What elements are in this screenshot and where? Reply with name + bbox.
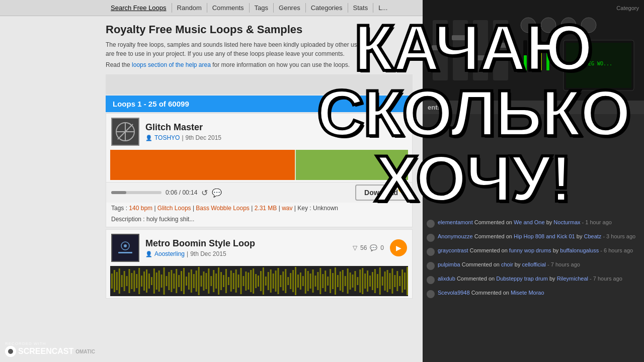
loop-title-2: Metro Boomin Style Loop xyxy=(145,238,347,249)
svg-rect-33 xyxy=(171,270,172,292)
comment-item-1: Anonymouzze Commented on Hip Hop 808 and… xyxy=(427,233,640,242)
sidebar-comments-header: ents xyxy=(423,101,644,114)
tag-format-1[interactable]: wav xyxy=(282,205,292,212)
help-link[interactable]: loops section of the help area xyxy=(132,61,211,68)
svg-rect-56 xyxy=(228,277,229,285)
tag-bpm-1[interactable]: 140 bpm xyxy=(129,205,152,212)
comment-track-5[interactable]: Misete Morao xyxy=(511,290,544,296)
svg-rect-15 xyxy=(126,276,128,286)
nav-stats[interactable]: Stats xyxy=(348,3,374,13)
tag-bass-1[interactable]: Bass Wobble Loops xyxy=(196,205,250,212)
nav-tags[interactable]: Tags xyxy=(250,3,274,13)
nav-categories[interactable]: Categories xyxy=(306,3,348,13)
tag-filesize-1[interactable]: 2.31 MB xyxy=(255,205,277,212)
svg-rect-18 xyxy=(133,270,135,292)
svg-text:LEG WO...: LEG WO... xyxy=(585,61,612,66)
loop-user-1[interactable]: TOSHYO xyxy=(154,134,180,141)
comment-icon-1[interactable]: 💬 xyxy=(212,188,222,198)
loop-thumbnail-1 xyxy=(111,118,139,146)
svg-rect-64 xyxy=(248,273,249,290)
download-circle-indicator xyxy=(398,182,410,194)
progress-bar-1[interactable] xyxy=(111,191,162,194)
svg-rect-97 xyxy=(330,269,331,293)
svg-rect-104 xyxy=(347,268,349,294)
comment-text-1: Anonymouzze Commented on Hip Hop 808 and… xyxy=(438,233,635,240)
svg-rect-135 xyxy=(452,35,469,40)
svg-rect-85 xyxy=(300,273,301,290)
comment-user-4[interactable]: alixdub xyxy=(438,276,455,282)
svg-rect-125 xyxy=(399,276,400,286)
svg-rect-7 xyxy=(118,252,132,253)
svg-rect-52 xyxy=(218,267,219,295)
comment-item-3: pulpimba Commented on choir by celloffic… xyxy=(427,261,640,270)
svg-rect-26 xyxy=(153,268,155,294)
svg-rect-67 xyxy=(255,274,257,288)
comment-text-2: graycontrast Commented on funny wop drum… xyxy=(438,247,633,254)
loop-user-2[interactable]: Aoosterling xyxy=(154,250,185,257)
waveform-2[interactable] xyxy=(110,266,408,296)
svg-point-140 xyxy=(561,18,576,33)
comment-avatar-5 xyxy=(427,290,435,298)
svg-rect-38 xyxy=(183,268,185,294)
nav-more[interactable]: L... xyxy=(373,3,392,13)
svg-rect-137 xyxy=(492,43,509,48)
comment-track-1[interactable]: Hip Hop 808 and Kick 01 xyxy=(514,233,575,239)
sidebar-comments: elementamont Commented on We and One by … xyxy=(423,215,644,307)
comment-track-4[interactable]: Dubsteppy trap drum xyxy=(496,276,548,282)
svg-rect-36 xyxy=(178,275,180,287)
comment-author-1[interactable]: Cbeatz xyxy=(584,233,601,239)
comment-author-3[interactable]: cellofficial xyxy=(522,261,546,267)
svg-rect-111 xyxy=(364,274,366,289)
comment-track-2[interactable]: funny wop drums xyxy=(509,247,551,253)
loop2-stats: ▽ 56 💬 0 xyxy=(353,244,384,251)
svg-rect-147 xyxy=(539,48,542,70)
svg-rect-11 xyxy=(116,272,118,290)
svg-rect-9 xyxy=(111,274,113,289)
comment-user-2[interactable]: graycontrast xyxy=(438,247,468,253)
watermark-brand2: OMATIC xyxy=(75,349,95,354)
plays-icon-2: ▽ xyxy=(353,244,357,251)
svg-rect-53 xyxy=(220,272,222,290)
svg-rect-14 xyxy=(124,271,125,291)
waveform-1[interactable] xyxy=(110,150,408,180)
svg-rect-91 xyxy=(315,276,316,287)
svg-rect-103 xyxy=(345,276,346,286)
filter-bar xyxy=(106,74,413,95)
nav-bar: Search Free Loops Random Comments Tags G… xyxy=(0,0,423,16)
svg-rect-121 xyxy=(389,273,391,289)
comment-author-0[interactable]: Nocturmax xyxy=(553,219,580,225)
comment-track-0[interactable]: We and One xyxy=(514,219,545,225)
nav-comments[interactable]: Comments xyxy=(207,3,250,13)
svg-rect-118 xyxy=(382,277,383,286)
comment-user-0[interactable]: elementamont xyxy=(438,219,473,225)
page-body: Royalty Free Music Loops & Samples The r… xyxy=(0,16,423,308)
svg-rect-12 xyxy=(119,268,120,294)
svg-rect-17 xyxy=(131,273,132,289)
svg-rect-72 xyxy=(268,272,269,290)
svg-rect-80 xyxy=(287,277,289,285)
comment-user-3[interactable]: pulpimba xyxy=(438,261,460,267)
play-button-2[interactable]: ▶ xyxy=(390,239,407,256)
comment-user-1[interactable]: Anonymouzze xyxy=(438,233,473,239)
svg-rect-29 xyxy=(161,275,163,288)
watermark-brand: SCREENCAST xyxy=(18,347,73,356)
screencast-circle-icon xyxy=(5,346,16,357)
loop-icon-1[interactable]: ↺ xyxy=(201,188,208,198)
nav-genres[interactable]: Genres xyxy=(274,3,306,13)
user-icon-1: 👤 xyxy=(145,135,152,141)
comment-author-2[interactable]: buffalonugaluss xyxy=(560,247,599,253)
svg-rect-32 xyxy=(168,272,170,290)
svg-rect-40 xyxy=(188,273,190,290)
svg-point-138 xyxy=(521,18,536,33)
tag-glitch-1[interactable]: Glitch Loops xyxy=(157,205,191,212)
svg-rect-89 xyxy=(310,274,311,289)
svg-rect-107 xyxy=(354,271,356,291)
nav-random[interactable]: Random xyxy=(172,3,207,13)
loop-title-1: Glitch Master xyxy=(145,122,407,133)
comment-author-4[interactable]: Rileymicheal xyxy=(557,276,588,282)
svg-rect-62 xyxy=(243,276,244,286)
comment-user-5[interactable]: Scevola9948 xyxy=(438,290,470,296)
download-button-1[interactable]: Download xyxy=(355,185,407,201)
comment-track-3[interactable]: choir xyxy=(501,261,513,267)
nav-search-free-loops[interactable]: Search Free Loops xyxy=(106,3,172,13)
